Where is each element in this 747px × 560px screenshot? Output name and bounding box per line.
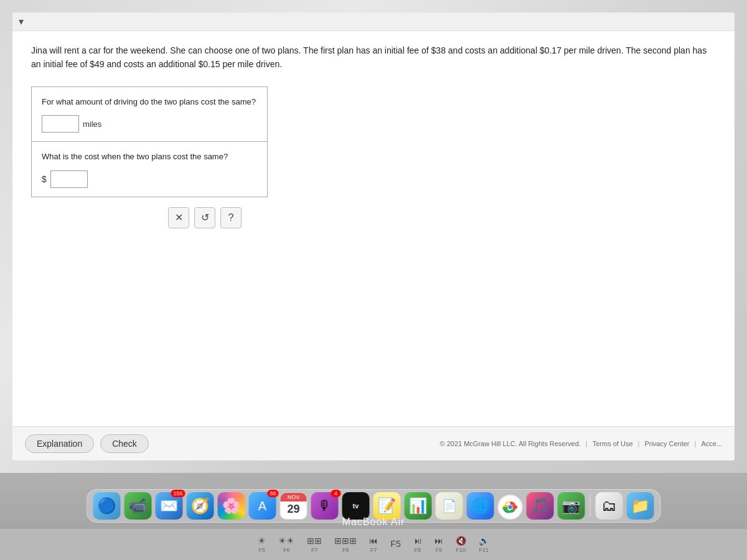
key-rewind[interactable]: ⏮ F7 — [369, 536, 378, 553]
main-content: Jina will rent a car for the weekend. Sh… — [12, 31, 735, 426]
key-mute[interactable]: 🔇 F10 — [456, 536, 466, 553]
dock-numbers-icon[interactable]: 📊 — [405, 492, 432, 520]
bottom-bar: Explanation Check © 2021 McGraw Hill LLC… — [12, 426, 735, 460]
key-fast-forward[interactable]: ⏭ F9 — [435, 536, 443, 553]
dock-finder2-icon[interactable]: 📁 — [627, 492, 654, 520]
dock-files-icon[interactable]: 🗂 — [596, 492, 623, 520]
acce-link[interactable]: Acce... — [701, 440, 722, 447]
dock-podcasts-icon[interactable]: 🎙 4 — [311, 492, 339, 520]
key-f57[interactable]: F5 — [390, 539, 400, 550]
question2-box: What is the cost when the two plans cost… — [31, 142, 268, 197]
dock-music-icon[interactable]: 🎵 — [527, 492, 554, 520]
dock-safari-icon[interactable]: 🧭 — [187, 492, 214, 520]
appstore-badge: 88 — [267, 490, 278, 497]
action-buttons: ✕ ↺ ? — [168, 207, 716, 228]
cost-input[interactable] — [50, 170, 88, 188]
screen: ▾ Jina will rent a car for the weekend. … — [0, 0, 747, 473]
question1-label: For what amount of driving do the two pl… — [42, 96, 257, 108]
key-f8[interactable]: ⊞⊞⊞ F8 — [334, 536, 357, 553]
dock-notes-icon[interactable]: 📝 — [374, 492, 401, 520]
macbook-label: MacBook Air — [342, 516, 405, 528]
bottom-left: Explanation Check — [25, 434, 149, 453]
help-button[interactable]: ? — [220, 207, 242, 228]
copyright-text: © 2021 McGraw Hill LLC. All Rights Reser… — [440, 440, 581, 447]
privacy-link[interactable]: Privacy Center — [644, 440, 689, 447]
key-play-pause[interactable]: ⏯ F8 — [413, 536, 422, 553]
dock-translate-icon[interactable]: 🌐 — [467, 492, 494, 520]
key-brightness-up[interactable]: ☀☀ F6 — [278, 536, 294, 553]
key-f7[interactable]: ⊞⊞ F7 — [307, 536, 322, 553]
top-bar: ▾ — [12, 12, 735, 31]
svg-point-2 — [508, 505, 512, 509]
dock-finder-icon[interactable]: 🔵 — [93, 492, 121, 520]
dock-appletv-icon[interactable]: tv — [342, 492, 370, 520]
chevron-down-icon[interactable]: ▾ — [19, 16, 24, 27]
problem-text: Jina will rent a car for the weekend. Sh… — [31, 44, 716, 72]
question2-label: What is the cost when the two plans cost… — [42, 151, 257, 163]
miles-label: miles — [83, 119, 101, 129]
copyright-area: © 2021 McGraw Hill LLC. All Rights Reser… — [440, 440, 723, 447]
dock-facetime-icon[interactable]: 📹 — [125, 492, 152, 520]
dock-mail-icon[interactable]: ✉️ 156 — [156, 492, 183, 520]
dock-textedit-icon[interactable]: 📄 — [436, 492, 463, 520]
keyboard-row: ☀ F5 ☀☀ F6 ⊞⊞ F7 ⊞⊞⊞ F8 ⏮ F7 F5 ⏯ F8 ⏭ F… — [0, 529, 747, 560]
key-brightness-down[interactable]: ☀ F5 — [258, 536, 266, 553]
undo-button[interactable]: ↺ — [194, 207, 215, 228]
dock-photos-icon[interactable]: 🌸 — [218, 492, 245, 520]
calendar-day: 29 — [287, 503, 299, 516]
dock-appstore-icon[interactable]: A 88 — [249, 492, 276, 520]
dock-facetime2-icon[interactable]: 📷 — [558, 492, 585, 520]
calendar-month: NOV — [281, 493, 307, 502]
question1-box: For what amount of driving do the two pl… — [31, 86, 268, 142]
dock-calendar-icon[interactable]: NOV 29 — [280, 492, 308, 520]
dollar-prefix: $ — [42, 174, 47, 184]
question2-answer-row: $ — [42, 170, 257, 188]
close-button[interactable]: ✕ — [168, 207, 189, 228]
terms-link[interactable]: Terms of Use — [593, 440, 633, 447]
question1-answer-row: miles — [42, 115, 257, 133]
podcasts-badge: 4 — [331, 490, 341, 497]
dock-chrome-icon[interactable] — [498, 495, 523, 520]
dock-separator — [590, 495, 591, 517]
mail-badge: 156 — [171, 490, 185, 497]
explanation-button[interactable]: Explanation — [25, 434, 94, 453]
content-area: ▾ Jina will rent a car for the weekend. … — [12, 12, 735, 460]
miles-input[interactable] — [42, 115, 79, 133]
key-volume-down[interactable]: 🔈 F11 — [479, 536, 489, 553]
check-button[interactable]: Check — [100, 434, 149, 453]
